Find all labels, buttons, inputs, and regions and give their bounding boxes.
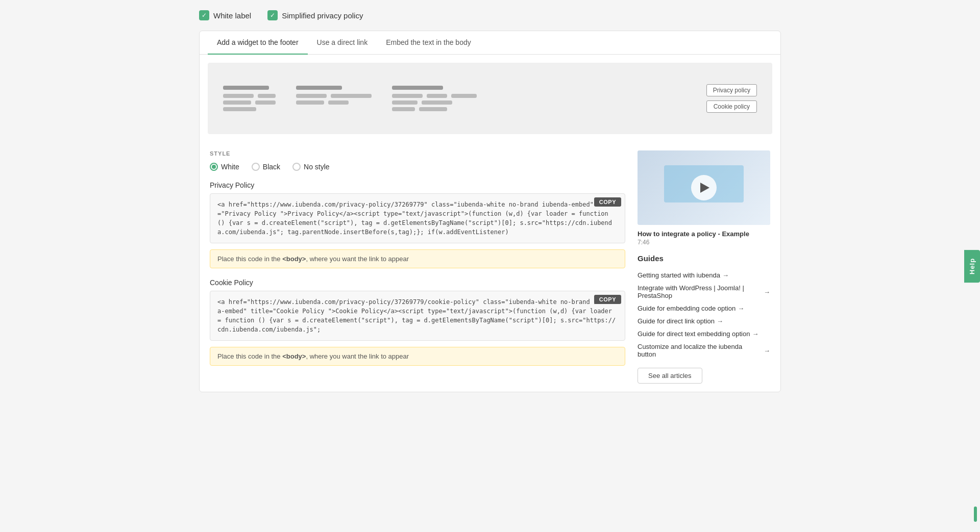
two-col-layout: STYLE White Black [210,150,770,384]
content-section: STYLE White Black [200,142,780,392]
radio-nostyle-circle [292,163,301,171]
tab-bar: Add a widget to the footer Use a direct … [200,31,780,55]
preview-line [392,94,423,98]
guide-link-customize[interactable]: Customize and localize the iubenda butto… [638,340,770,361]
help-button[interactable]: Help [964,249,980,282]
guide-arrow-3: → [717,317,723,325]
radio-black-label: Black [263,163,280,171]
video-image [638,150,770,225]
guide-label-text-embed: Guide for direct text embedding option [638,330,750,338]
style-label: STYLE [210,150,625,157]
guide-label-embedding: Guide for embedding code option [638,305,736,312]
top-checks-bar: ✓ White label ✓ Simplified privacy polic… [199,10,781,20]
preview-area: Privacy policy Cookie policy [208,63,772,134]
guide-label-1: Integrate with WordPress | Joomla! | Pre… [638,284,762,299]
guide-label-0: Getting started with iubenda [638,271,720,279]
style-radio-group: White Black No style [210,163,625,171]
preview-line [296,94,327,98]
cookie-policy-hint: Place this code in the <body>, where you… [210,347,625,366]
guide-link-direct[interactable]: Guide for direct link option → [638,315,770,327]
guide-arrow-1: → [764,288,770,296]
radio-black-circle [252,163,260,171]
preview-col-2 [296,86,372,111]
cookie-policy-copy-btn[interactable]: COPY [594,295,621,304]
preview-cookie-policy-btn: Cookie policy [706,100,757,113]
play-triangle-icon [700,183,709,193]
preview-line [223,100,251,105]
radio-nostyle-label: No style [304,163,330,171]
white-label-check-icon: ✓ [199,10,209,20]
guide-arrow-2: → [738,305,744,312]
simplified-privacy-check-icon: ✓ [267,10,278,20]
preview-line [296,86,342,90]
preview-privacy-policy-btn: Privacy policy [706,84,757,96]
cookie-policy-title: Cookie Policy [210,278,625,287]
preview-line [392,86,443,90]
preview-line [223,94,254,98]
cookie-policy-code-wrapper: <a href="https://www.iubenda.com/privacy… [210,291,625,341]
guides-title: Guides [638,254,770,263]
preview-buttons: Privacy policy Cookie policy [706,84,757,113]
preview-line [223,107,256,111]
play-button[interactable] [691,175,717,200]
guide-link-1[interactable]: Integrate with WordPress | Joomla! | Pre… [638,282,770,302]
guides-list: Getting started with iubenda → Integrate… [638,269,770,361]
preview-line [328,100,349,105]
preview-line [451,94,477,98]
tab-direct-link[interactable]: Use a direct link [308,31,377,55]
privacy-policy-copy-btn[interactable]: COPY [594,197,621,207]
preview-line [258,94,276,98]
preview-col-3 [392,86,477,111]
white-label-check[interactable]: ✓ White label [199,10,251,20]
video-title: How to integrate a policy - Example [638,230,770,238]
video-thumbnail[interactable] [638,150,770,225]
guide-link-text-embed[interactable]: Guide for direct text embedding option → [638,327,770,340]
guide-label-direct: Guide for direct link option [638,317,715,325]
preview-line [392,100,418,105]
cookie-policy-code[interactable]: <a href="https://www.iubenda.com/privacy… [210,291,625,341]
right-column: How to integrate a policy - Example 7:46… [638,150,770,384]
preview-col-1 [223,86,276,111]
guide-link-0[interactable]: Getting started with iubenda → [638,269,770,282]
preview-line [427,94,447,98]
scrollbar-thumb [974,506,977,522]
preview-line [331,94,372,98]
left-column: STYLE White Black [210,150,625,384]
radio-white-dot [212,165,216,169]
main-card: Add a widget to the footer Use a direct … [199,31,781,392]
see-all-articles-btn[interactable]: See all articles [638,368,702,384]
privacy-policy-title: Privacy Policy [210,181,625,189]
privacy-policy-code[interactable]: <a href="https://www.iubenda.com/privacy… [210,193,625,243]
radio-black[interactable]: Black [252,163,280,171]
radio-white-circle [210,163,218,171]
radio-nostyle[interactable]: No style [292,163,330,171]
preview-line [419,107,447,111]
preview-line [422,100,452,105]
guide-label-customize: Customize and localize the iubenda butto… [638,343,762,358]
simplified-privacy-check[interactable]: ✓ Simplified privacy policy [267,10,363,20]
preview-line [296,100,324,105]
video-duration: 7:46 [638,239,770,246]
guide-arrow-0: → [722,271,729,279]
white-label-text: White label [213,11,251,20]
preview-line [255,100,276,105]
guide-link-embedding[interactable]: Guide for embedding code option → [638,302,770,315]
preview-line [392,107,415,111]
tab-embed[interactable]: Embed the text in the body [377,31,480,55]
guide-arrow-5: → [764,347,770,354]
radio-white-label: White [221,163,239,171]
preview-line [223,86,269,90]
radio-white[interactable]: White [210,163,239,171]
privacy-policy-code-wrapper: <a href="https://www.iubenda.com/privacy… [210,193,625,243]
simplified-privacy-text: Simplified privacy policy [282,11,363,20]
privacy-policy-hint: Place this code in the <body>, where you… [210,249,625,268]
guide-arrow-4: → [752,330,758,338]
tab-footer[interactable]: Add a widget to the footer [208,31,308,55]
